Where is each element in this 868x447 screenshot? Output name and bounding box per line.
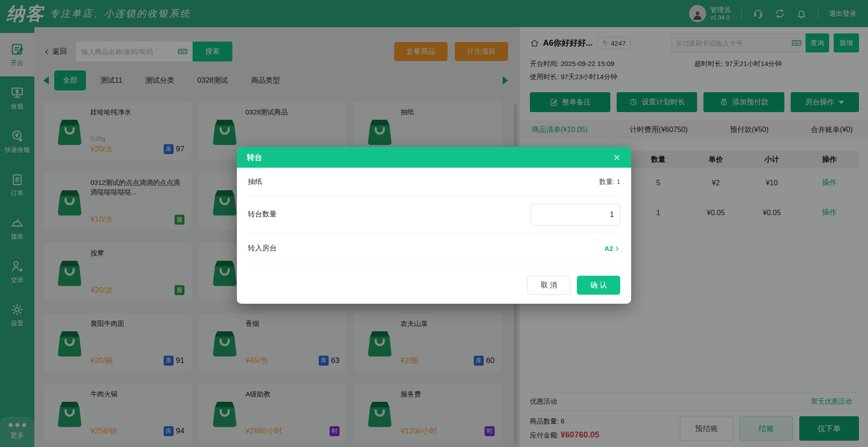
transfer-qty-input[interactable] <box>531 204 620 226</box>
modal-item-row: 抽纸 数量: 1 <box>248 168 620 197</box>
chevron-right-icon <box>614 245 620 252</box>
modal-item-qty: 数量: 1 <box>599 178 620 186</box>
modal-target-row: 转入房台 A2 <box>248 233 620 264</box>
transfer-table-modal: 转台 抽纸 数量: 1 转台数量 转入房台 A2 取 消 确 认 <box>237 147 631 304</box>
modal-target-label: 转入房台 <box>248 244 277 253</box>
modal-item-name: 抽纸 <box>248 177 262 187</box>
target-table-selector[interactable]: A2 <box>604 245 620 252</box>
pos-screen: 纳客 专注单店、小连锁的收银系统 管理员 v1.34.0 退出登录 开台 收银 <box>0 0 868 447</box>
modal-title: 转台 <box>247 152 262 163</box>
cancel-button[interactable]: 取 消 <box>527 276 571 295</box>
close-icon[interactable] <box>613 153 621 162</box>
modal-qty-label: 转台数量 <box>248 210 277 219</box>
confirm-button[interactable]: 确 认 <box>577 276 620 295</box>
modal-qty-row: 转台数量 <box>248 197 620 233</box>
